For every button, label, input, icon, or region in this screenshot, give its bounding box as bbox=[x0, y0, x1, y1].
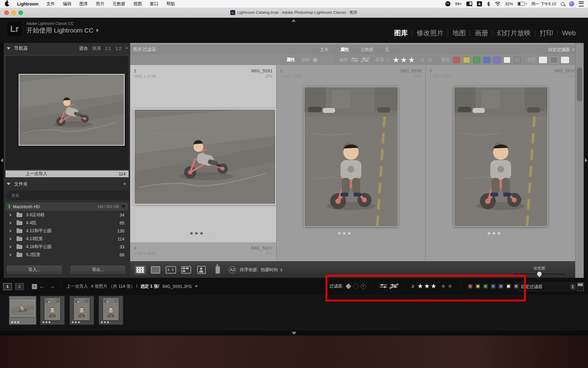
folder-row[interactable]: 5.2院里 68 bbox=[6, 251, 128, 259]
loupe-view-button[interactable] bbox=[150, 266, 161, 274]
cell-rating[interactable]: ★★★· · bbox=[426, 230, 576, 236]
folders-header[interactable]: 文件夹 + bbox=[7, 180, 128, 188]
color-swatch-custom[interactable] bbox=[514, 57, 521, 63]
color-swatch-yellow[interactable] bbox=[476, 284, 480, 289]
minimize-window-button[interactable] bbox=[11, 10, 16, 15]
flag-reject-icon[interactable] bbox=[327, 56, 334, 63]
color-swatch-green[interactable] bbox=[483, 284, 488, 289]
filmstrip-thumb-selected[interactable]: ★★★ bbox=[9, 296, 36, 325]
grid-view-button[interactable] bbox=[135, 266, 145, 274]
identity-plate[interactable]: 开始使用 Lightroom CC bbox=[26, 26, 99, 35]
folder-expand-icon[interactable] bbox=[10, 253, 12, 256]
close-window-button[interactable] bbox=[4, 10, 9, 15]
filmstrip-custom-filter-dropdown[interactable]: 自定过滤器 bbox=[518, 282, 576, 291]
grid-cell[interactable]: 3 1728 x 2592 IMG_5630 JPG ★★★· · bbox=[426, 65, 588, 242]
slider-knob[interactable] bbox=[536, 270, 543, 277]
filter-tab-text[interactable]: 文本 bbox=[315, 47, 334, 52]
custom-filter-stepper[interactable] bbox=[570, 284, 575, 290]
rating-gte[interactable]: ≥ bbox=[387, 57, 390, 62]
nav-zoom-stepper-icon[interactable] bbox=[126, 48, 128, 49]
grid-cell[interactable]: 2 1728 x 2592 IMG_5598 JPG ★★★· · bbox=[277, 65, 425, 242]
main-window-button[interactable]: 1 bbox=[3, 283, 12, 290]
module-map[interactable]: 地图 bbox=[448, 29, 470, 38]
folder-row[interactable]: 4.13院里 114 bbox=[6, 235, 128, 243]
source-dropdown-arrow[interactable] bbox=[195, 286, 198, 287]
module-print[interactable]: 打印 bbox=[535, 29, 557, 38]
export-button[interactable]: 导出... bbox=[70, 265, 126, 275]
module-web[interactable]: Web bbox=[558, 29, 580, 37]
navigator-preview-panel[interactable] bbox=[5, 55, 129, 170]
collapse-left-panel-arrow[interactable] bbox=[1, 158, 3, 163]
folder-expand-icon[interactable] bbox=[10, 237, 12, 240]
previous-photo-button[interactable]: ← bbox=[39, 283, 45, 290]
spotlight-icon[interactable] bbox=[561, 2, 564, 6]
menu-file[interactable]: 文件 bbox=[46, 1, 55, 7]
people-view-button[interactable] bbox=[196, 266, 207, 274]
cell-rating[interactable]: ★★★· · bbox=[277, 230, 425, 236]
input-method-icon[interactable]: A bbox=[477, 1, 482, 6]
second-window-button[interactable]: 2 bbox=[15, 283, 24, 290]
color-swatch-blue[interactable] bbox=[491, 284, 496, 289]
filter-tab-none[interactable]: 无 bbox=[379, 47, 395, 52]
menu-view[interactable]: 视图 bbox=[133, 1, 142, 7]
catalog-item-previous-import[interactable]: 上一次导入 114 bbox=[6, 171, 129, 177]
filter-tab-metadata[interactable]: 元数据 bbox=[355, 47, 379, 52]
custom-filter-dropdown[interactable]: 自定过滤器 bbox=[548, 47, 575, 52]
import-button[interactable]: 导入... bbox=[6, 265, 62, 275]
apple-menu-icon[interactable] bbox=[5, 2, 9, 6]
thumb-rating[interactable]: ★★★ bbox=[42, 320, 51, 324]
navigator-header[interactable]: 导航器 适合 填满 1:1 1:2 bbox=[7, 45, 128, 51]
sort-direction-button[interactable]: AZ bbox=[229, 266, 236, 274]
thumb-rating[interactable]: ★★★ bbox=[100, 320, 110, 324]
volume-row-macintosh-hd[interactable]: Macintosh HD 143 / 251 GB bbox=[6, 202, 128, 211]
rating-stars-filled[interactable]: ★★★ bbox=[417, 282, 437, 290]
unedited-filter-icon[interactable] bbox=[361, 57, 369, 62]
flag-unflagged-icon[interactable] bbox=[352, 283, 359, 289]
next-photo-button[interactable]: → bbox=[49, 283, 55, 290]
rating-stars-empty[interactable]: ★★ bbox=[440, 282, 454, 290]
sort-by-value[interactable]: 拍摄时间 bbox=[261, 267, 278, 273]
thumb-rating[interactable]: ★★★ bbox=[11, 320, 20, 324]
filter-tab-attribute[interactable]: 属性 bbox=[335, 47, 354, 52]
nav-zoom-1-1[interactable]: 1:1 bbox=[105, 46, 111, 51]
color-swatch-red[interactable] bbox=[468, 284, 473, 289]
type-master-icon[interactable] bbox=[539, 57, 547, 63]
photo-thumbnail[interactable] bbox=[304, 87, 398, 227]
color-swatch-yellow[interactable] bbox=[463, 57, 470, 63]
rating-stars-empty[interactable]: ★★ bbox=[419, 56, 435, 64]
menu-app-name[interactable]: Lightroom bbox=[17, 2, 38, 6]
module-develop[interactable]: 修改照片 bbox=[412, 29, 448, 38]
flag-unflagged-icon[interactable] bbox=[319, 56, 326, 63]
notification-center-icon[interactable] bbox=[579, 2, 584, 6]
scrollbar-thumb[interactable] bbox=[577, 67, 582, 101]
module-library[interactable]: 图库 bbox=[390, 29, 412, 38]
folder-expand-icon[interactable] bbox=[10, 213, 12, 217]
wechat-status-icon[interactable] bbox=[445, 1, 450, 6]
folder-expand-icon[interactable] bbox=[10, 245, 12, 248]
type-virtual-copy-icon[interactable] bbox=[550, 57, 558, 63]
zoom-window-button[interactable] bbox=[18, 10, 23, 15]
flag-pick-icon[interactable] bbox=[312, 57, 318, 63]
folder-row[interactable]: 4.4院 85 bbox=[6, 219, 128, 227]
menu-metadata[interactable]: 元数据 bbox=[112, 1, 125, 7]
folder-expand-icon[interactable] bbox=[10, 229, 12, 232]
add-folder-button[interactable]: + bbox=[123, 181, 128, 187]
module-book[interactable]: 画册 bbox=[470, 29, 492, 38]
wifi-icon[interactable] bbox=[495, 2, 500, 6]
color-swatch-blue[interactable] bbox=[483, 57, 490, 63]
color-swatch-none[interactable] bbox=[503, 57, 511, 63]
folder-row[interactable]: 3.8运动鞋 34 bbox=[6, 211, 128, 219]
rating-stars-filled[interactable]: ★★★ bbox=[393, 56, 416, 64]
cell-rating[interactable]: ★★★· · bbox=[130, 230, 276, 236]
type-video-icon[interactable] bbox=[561, 57, 569, 63]
filmstrip-thumb[interactable]: ★★★ bbox=[70, 296, 94, 325]
painter-spray-tool[interactable] bbox=[216, 266, 220, 274]
flag-reject-icon[interactable] bbox=[360, 283, 367, 289]
menu-library[interactable]: 图库 bbox=[79, 1, 88, 7]
thumb-rating[interactable]: ★★★ bbox=[71, 320, 81, 324]
compare-view-button[interactable]: X Y bbox=[166, 266, 176, 274]
grid-cell-selected[interactable]: 1 2592 x 1728 IMG_5591 JPG ★★★· · bbox=[130, 65, 276, 242]
grid-scrollbar[interactable] bbox=[575, 43, 584, 278]
grid-view-shortcut-icon[interactable] bbox=[32, 284, 37, 289]
edited-filter-icon[interactable] bbox=[351, 57, 358, 62]
